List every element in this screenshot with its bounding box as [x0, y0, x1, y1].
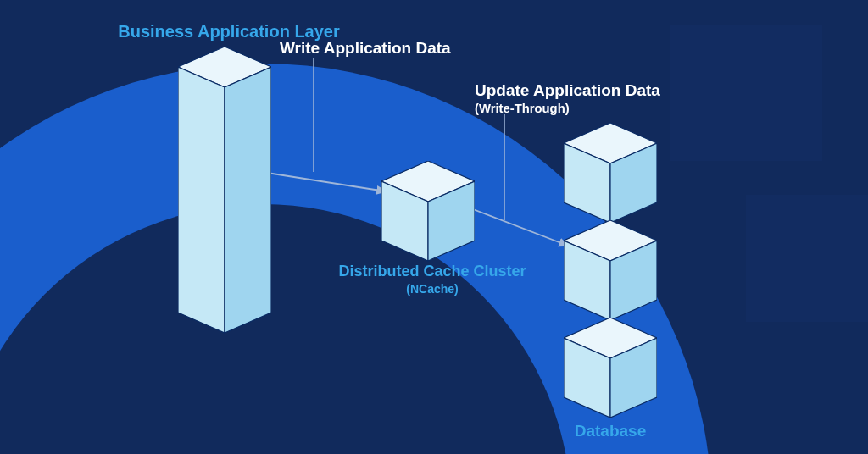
database-cube-middle: [564, 220, 657, 322]
label-business-layer: Business Application Layer: [102, 22, 356, 42]
cache-cluster-cube: [381, 161, 475, 263]
svg-marker-2: [225, 67, 271, 333]
svg-marker-1: [178, 67, 225, 333]
label-update-data-text: Update Application Data: [475, 81, 660, 99]
label-write-data: Write Application Data: [280, 39, 517, 58]
business-layer-column: [178, 47, 271, 326]
database-cube-top: [564, 123, 657, 224]
diagram-canvas: Business Application Layer Write Applica…: [0, 0, 868, 454]
database-cube-bottom: [564, 318, 657, 419]
